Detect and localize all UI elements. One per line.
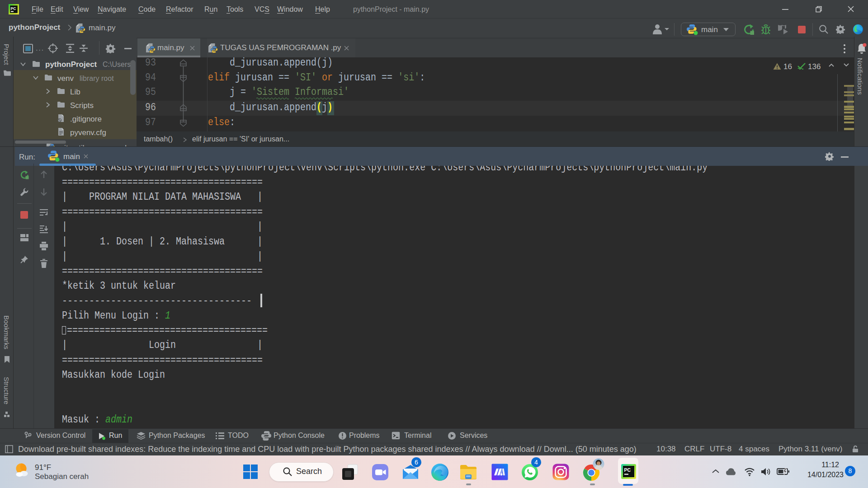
svg-text:PC: PC [11, 6, 16, 11]
svg-text:PC: PC [624, 467, 631, 473]
